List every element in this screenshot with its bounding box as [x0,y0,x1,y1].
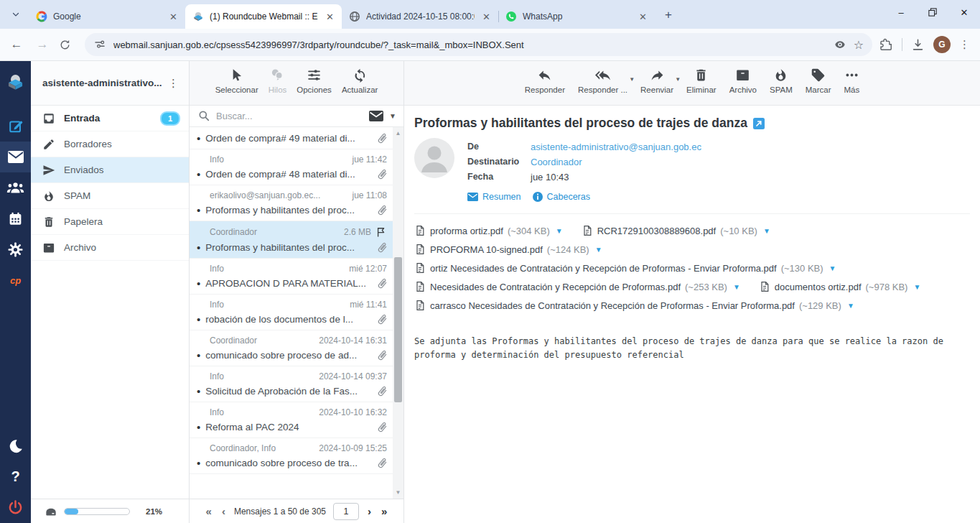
forward-button[interactable]: Reenviar ▼ [640,68,673,94]
search-input[interactable] [216,111,363,121]
tab-whatsapp[interactable]: WhatsApp ✕ [498,4,655,29]
list-item[interactable]: Info mié 11:41 • robación de los documen… [190,295,393,330]
tab-close-icon[interactable]: ✕ [324,11,336,22]
attachment-menu-caret-icon[interactable]: ▼ [913,283,920,291]
attachment-link[interactable]: RCR1729100308889608.pdf (~10 KB) ▼ [582,225,770,236]
tab-close-icon[interactable]: ✕ [167,11,179,22]
last-page-icon[interactable]: » [380,505,388,517]
list-item[interactable]: Info 2024-10-10 16:32 • Reforma al PAC 2… [190,402,393,438]
attachment-menu-caret-icon[interactable]: ▼ [763,227,770,235]
folder-enviados[interactable]: Enviados [31,157,189,183]
tab-google[interactable]: Google ✕ [29,4,185,29]
tab-close-icon[interactable]: ✕ [480,11,493,22]
list-scrollbar[interactable]: ▲ ▼ [393,127,403,499]
profile-avatar[interactable]: G [933,36,951,53]
forward-button[interactable]: → [33,37,52,52]
folder-archivo[interactable]: Archivo [31,235,189,261]
list-item[interactable]: Info 2024-10-14 09:37 • Solicitud de Apr… [190,366,393,402]
attachment-link[interactable]: ortiz Necesidades de Contratación y Rece… [414,262,836,274]
list-item[interactable]: Coordinador 2.6 MB • Proformas y habilit… [190,221,393,259]
list-item[interactable]: • Orden de compra# 49 material di... [190,127,393,149]
tab-actividad[interactable]: Actividad 2024-10-15 08:00:00 ✕ [342,4,498,29]
tab-search-button[interactable] [6,4,26,24]
scroll-down-icon[interactable]: ▼ [396,486,401,499]
spam-button[interactable]: SPAM [770,68,793,94]
folder-spam[interactable]: SPAM [31,183,189,209]
list-item[interactable]: Coordinador 2024-10-14 16:31 • comunicad… [190,330,393,366]
recipient-link[interactable]: Coordinador [531,157,582,167]
reply-button[interactable]: Responder [525,68,565,94]
select-button[interactable]: Seleccionar [215,68,258,94]
delete-button[interactable]: Eliminar [686,68,717,94]
folder-papelera[interactable]: Papelera [31,209,189,235]
attachment-link[interactable]: documentos ortiz.pdf (~978 KB) ▼ [759,281,921,292]
open-in-new-window-icon[interactable] [753,118,765,129]
back-button[interactable]: ← [7,37,26,52]
first-page-icon[interactable]: « [205,505,213,517]
new-tab-button[interactable]: + [659,6,678,24]
flag-icon[interactable] [375,226,387,238]
list-item[interactable]: erikaolivo@sanjuan.gob.ec... jue 11:08 •… [190,185,393,221]
omnibox[interactable]: webmail.sanjuan.gob.ec/cpsess5423996997/… [85,33,872,56]
compose-button[interactable] [0,111,31,142]
attachment-menu-caret-icon[interactable]: ▼ [733,283,740,291]
list-item[interactable]: Info jue 11:42 • Orden de compra# 48 mat… [190,149,393,185]
scroll-up-icon[interactable]: ▲ [396,127,401,139]
attachment-link[interactable]: Necesidades de Contratación y Recepción … [414,281,740,292]
account-menu-kebab-icon[interactable]: ⋮ [165,77,182,90]
reload-button[interactable] [59,39,78,51]
headers-link[interactable]: Cabeceras [533,192,590,202]
from-address-link[interactable]: asistente-administrativo@sanjuan.gob.ec [531,142,701,152]
maximize-button[interactable] [917,0,948,24]
rail-settings-button[interactable] [0,234,31,265]
tab-roundcube[interactable]: (1) Roundcube Webmail :: Envia ✕ [185,4,342,29]
bookmark-star-icon[interactable]: ☆ [854,38,864,52]
rail-contacts-button[interactable] [0,172,31,203]
summary-link[interactable]: Resumen [467,192,521,202]
tab-title: (1) Roundcube Webmail :: Envia [210,11,318,22]
list-item[interactable]: Coordinador, Info 2024-10-09 15:25 • com… [190,438,393,474]
message-from: Info [210,371,319,381]
scrollbar-thumb[interactable] [394,257,402,402]
attachment-menu-caret-icon[interactable]: ▼ [847,302,854,310]
extensions-icon[interactable] [879,38,893,52]
archive-icon [735,68,750,83]
dropdown-caret-icon[interactable]: ▼ [629,76,635,83]
attachment-menu-caret-icon[interactable]: ▼ [595,246,602,254]
more-button[interactable]: Más [844,68,860,94]
reading-mode-eye-icon[interactable] [834,38,846,51]
next-page-icon[interactable]: › [366,505,373,517]
page-input[interactable] [333,503,359,520]
attachment-menu-caret-icon[interactable]: ▼ [556,227,563,235]
folder-entrada[interactable]: Entrada 1 [31,106,189,131]
prev-page-icon[interactable]: ‹ [220,505,227,517]
rail-cpanel-button[interactable]: cp [0,265,31,296]
dark-mode-button[interactable] [0,430,31,461]
search-scope-envelope-icon[interactable] [369,111,383,121]
help-button[interactable]: ? [0,461,31,492]
reply-all-button[interactable]: Responder ... ▼ [578,68,627,94]
close-window-button[interactable]: ✕ [948,0,980,24]
attachment-link[interactable]: carrasco Necesidades de Contratación y R… [414,300,854,311]
attachment-link[interactable]: PROFORMA 10-signed.pdf (~124 KB) ▼ [414,244,602,255]
refresh-button[interactable]: Actualizar [342,68,378,94]
threads-button[interactable]: Hilos [269,68,287,94]
message-meta: Info mié 11:41 [197,297,388,311]
message-from: erikaolivo@sanjuan.gob.ec... [210,190,353,200]
mark-button[interactable]: Marcar [806,68,831,94]
folder-borradores[interactable]: Borradores [31,131,189,157]
downloads-icon[interactable] [911,38,925,52]
archive-button[interactable]: Archivo [729,68,757,94]
rail-mail-button[interactable] [0,142,31,172]
options-button[interactable]: Opciones [297,68,332,94]
minimize-button[interactable]: – [885,0,917,24]
logout-button[interactable] [0,492,31,523]
attachment-menu-caret-icon[interactable]: ▼ [829,264,836,272]
tab-close-icon[interactable]: ✕ [637,11,649,22]
attachment-link[interactable]: proforma ortiz.pdf (~304 KB) ▼ [414,225,563,236]
list-item[interactable]: Info mié 12:07 • APROBACION D PARA MATER… [190,259,393,295]
dropdown-caret-icon[interactable]: ▼ [675,76,681,83]
search-scope-caret-icon[interactable]: ▼ [389,112,396,120]
rail-calendar-button[interactable] [0,203,31,234]
browser-menu-kebab-icon[interactable]: ⋮ [959,38,970,51]
